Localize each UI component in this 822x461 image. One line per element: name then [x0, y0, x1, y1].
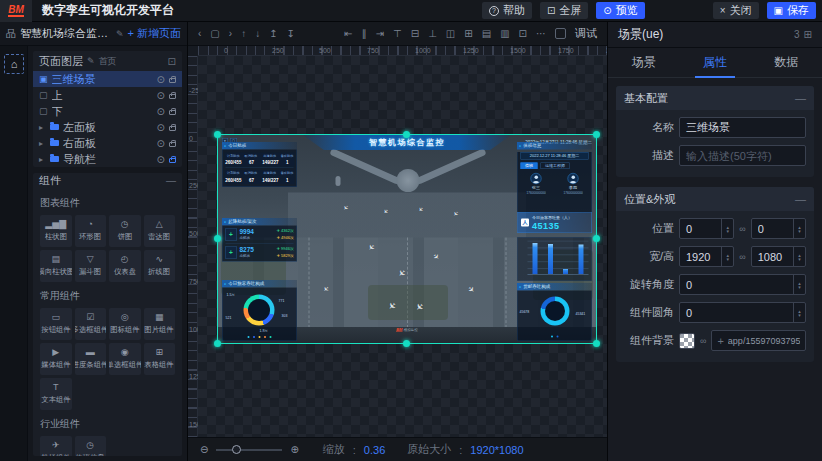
component-tile-funnel-chart[interactable]: ▽漏斗图: [75, 250, 107, 282]
component-tile-duty-info[interactable]: ◷值班信息: [75, 436, 107, 456]
lock-icon[interactable]: [169, 78, 176, 83]
visibility-icon[interactable]: ⊙: [157, 106, 165, 117]
visibility-icon[interactable]: ⊙: [157, 122, 165, 133]
component-tile-hbar-chart[interactable]: ▤横向柱状图: [40, 250, 72, 282]
collapse-section-icon[interactable]: —: [795, 92, 806, 104]
component-tile-radio[interactable]: ◉单选框组件: [109, 343, 141, 375]
prev-page-icon[interactable]: ‹: [198, 28, 201, 39]
visibility-icon[interactable]: ⊙: [157, 138, 165, 149]
background-path-field[interactable]: + app/1559709379534520320/: [711, 330, 806, 351]
fullscreen-button[interactable]: ⊡全屏: [540, 2, 588, 19]
tab-data[interactable]: 数据: [751, 48, 822, 77]
help-button[interactable]: ?帮助: [482, 2, 532, 19]
tab-properties[interactable]: 属性: [679, 48, 750, 77]
stepper[interactable]: ▴▾: [721, 219, 733, 238]
component-tile-table[interactable]: ⊞表格组件: [144, 343, 176, 375]
layer-item-top[interactable]: ▢ 上 ⊙: [33, 87, 182, 103]
zoom-slider-knob[interactable]: [232, 445, 241, 454]
component-tile-progress[interactable]: ▬进度条组件: [75, 343, 107, 375]
ungroup-icon[interactable]: ▥: [500, 28, 509, 39]
caret-icon[interactable]: ▸: [39, 139, 46, 148]
layer-item-navbar[interactable]: ▸ 导航栏 ⊙: [33, 151, 182, 167]
component-tile-ring-chart[interactable]: ◔环形图: [75, 215, 107, 247]
move-down-icon[interactable]: ↓: [255, 28, 260, 39]
resize-handle-n[interactable]: [403, 131, 410, 138]
component-tile-text[interactable]: T文本组件: [40, 378, 72, 410]
component-tile-image[interactable]: ▦图片组件: [144, 308, 176, 340]
move-up-icon[interactable]: ↑: [241, 28, 246, 39]
visibility-icon[interactable]: ⊙: [157, 154, 165, 165]
expand-panel-icon[interactable]: ⊡: [168, 56, 176, 67]
lock-icon[interactable]: [169, 94, 176, 99]
collapse-section-icon[interactable]: —: [795, 193, 806, 205]
preview-button[interactable]: ⊙预览: [596, 2, 644, 19]
save-button[interactable]: ▣保存: [767, 2, 816, 19]
component-tile-bar-chart[interactable]: ▂▅▇柱状图: [40, 215, 72, 247]
component-tile-checkbox[interactable]: ☑多选框组件: [75, 308, 107, 340]
component-tile-icon[interactable]: ◎图标组件: [109, 308, 141, 340]
background-swatch[interactable]: [679, 333, 695, 349]
layer-item-3d-scene[interactable]: ▣ 三维场景 ⊙: [33, 71, 182, 87]
dashboard-artboard[interactable]: ✈ ✈ ✈ ✈ ✈ ✈ ✈ ✈ ✈ ✈ ✈: [218, 135, 596, 343]
name-field[interactable]: [679, 117, 806, 138]
stepper[interactable]: ▴▾: [793, 275, 805, 294]
component-tile-button[interactable]: ▭按钮组件: [40, 308, 72, 340]
caret-icon[interactable]: ▸: [39, 123, 46, 132]
move-bottom-icon[interactable]: ↧: [287, 28, 295, 39]
component-tile-radar-chart[interactable]: △雷达图: [144, 215, 176, 247]
lock-icon[interactable]: [169, 158, 176, 163]
component-tile-media[interactable]: ▶媒体组件: [40, 343, 72, 375]
description-field[interactable]: [679, 145, 806, 166]
collapse-icon[interactable]: —: [166, 175, 176, 186]
resize-handle-sw[interactable]: [214, 340, 221, 347]
new-page-button[interactable]: + 新增页面: [128, 26, 181, 41]
layer-item-bottom[interactable]: ▢ 下 ⊙: [33, 103, 182, 119]
component-tile-gauge[interactable]: ◴仪表盘: [109, 250, 141, 282]
resize-handle-ne[interactable]: [593, 131, 600, 138]
tab-scene[interactable]: 场景: [608, 48, 679, 77]
close-button[interactable]: ×关闭: [713, 2, 759, 19]
move-top-icon[interactable]: ↥: [269, 28, 277, 39]
corner-radius-field[interactable]: [679, 302, 806, 323]
lock-icon[interactable]: [169, 126, 176, 131]
resize-handle-se[interactable]: [593, 340, 600, 347]
layer-item-left-panel[interactable]: ▸ 左面板 ⊙: [33, 119, 182, 135]
home-button[interactable]: ⌂: [4, 54, 24, 74]
align-right-icon[interactable]: ⇥: [376, 28, 384, 39]
edit-project-icon[interactable]: ✎: [116, 29, 124, 39]
stepper[interactable]: ▴▾: [793, 247, 805, 266]
lock-icon[interactable]: [169, 110, 176, 115]
group-icon[interactable]: ▤: [482, 28, 491, 39]
component-tile-pie-chart[interactable]: ◷饼图: [109, 215, 141, 247]
edit-icon[interactable]: ✎: [87, 56, 95, 66]
debug-checkbox[interactable]: [555, 28, 566, 39]
zoom-out-icon[interactable]: ⊖: [200, 445, 208, 455]
more-icon[interactable]: ⋯: [536, 28, 546, 39]
visibility-icon[interactable]: ⊙: [157, 74, 165, 85]
zoom-in-icon[interactable]: ⊕: [290, 445, 298, 455]
stepper[interactable]: ▴▾: [793, 219, 805, 238]
zoom-slider[interactable]: [216, 445, 282, 455]
lock-toggle-icon[interactable]: ⊡: [519, 28, 527, 39]
resize-handle-nw[interactable]: [214, 131, 221, 138]
resize-handle-w[interactable]: [214, 235, 221, 242]
align-bottom-icon[interactable]: ⊥: [428, 28, 437, 39]
next-page-icon[interactable]: ›: [229, 28, 232, 39]
component-tile-line-chart[interactable]: ∿折线图: [144, 250, 176, 282]
canvas-viewport[interactable]: ✈ ✈ ✈ ✈ ✈ ✈ ✈ ✈ ✈ ✈ ✈: [198, 56, 607, 437]
stepper[interactable]: ▴▾: [793, 303, 805, 322]
layer-item-right-panel[interactable]: ▸ 右面板 ⊙: [33, 135, 182, 151]
align-top-icon[interactable]: ⊤: [393, 28, 402, 39]
distribute-h-icon[interactable]: ◫: [446, 28, 455, 39]
visibility-icon[interactable]: ⊙: [157, 90, 165, 101]
caret-icon[interactable]: ▸: [39, 155, 46, 164]
component-tile-airport[interactable]: ✈机场组件: [40, 436, 72, 456]
align-center-h-icon[interactable]: ∥: [362, 28, 367, 39]
lock-icon[interactable]: [169, 142, 176, 147]
stepper[interactable]: ▴▾: [721, 247, 733, 266]
page-frame-icon[interactable]: ▢: [210, 28, 219, 39]
distribute-v-icon[interactable]: ⊞: [464, 28, 472, 39]
resize-handle-e[interactable]: [593, 235, 600, 242]
resize-handle-s[interactable]: [403, 340, 410, 347]
rotation-field[interactable]: [679, 274, 806, 295]
